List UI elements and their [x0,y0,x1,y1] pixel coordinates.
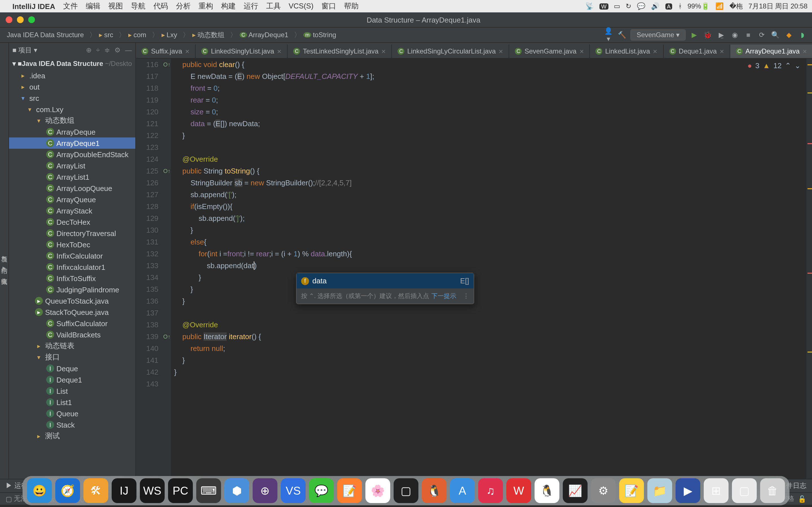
build-hammer-icon[interactable]: 🔨 [617,31,627,39]
tree-node-VaildBrackets[interactable]: C VaildBrackets [9,329,135,340]
volume-icon[interactable]: 🔊 [651,2,659,10]
menu-窗口[interactable]: 窗口 [321,2,336,10]
code-line[interactable]: } [174,224,806,236]
panel-settings-icon[interactable]: ⚙ [114,46,121,54]
line-number[interactable]: 126 [136,177,158,189]
gutter-marker[interactable] [163,378,171,390]
vpn-icon[interactable]: W [599,3,608,9]
code-line[interactable]: rear = 0; [174,94,806,106]
gutter-marker[interactable] [163,201,171,212]
airdrop-icon[interactable]: 📡 [585,2,594,10]
gutter-marker[interactable] [163,129,171,142]
code-completion-popup[interactable]: f data E[] 按 ⌃. 选择所选（或第一个）建议，然后插入点 下一提示 … [296,273,474,304]
code-line[interactable]: } [174,272,806,283]
gutter-marker[interactable] [163,118,171,129]
menu-代码[interactable]: 代码 [153,2,168,10]
line-number[interactable]: 132 [136,248,158,260]
line-number-gutter[interactable]: 1161171181191201211221231241251261271281… [136,59,163,479]
tree-node-StackToQueue.java[interactable]: ▸ StackToQueue.java [9,306,135,318]
tree-node-Stack[interactable]: I Stack [9,419,135,431]
code-line[interactable]: } [174,366,806,378]
tree-node-HexToDec[interactable]: C HexToDec [9,239,135,250]
breadcrumb-item[interactable]: 〉▸ src [86,30,115,40]
line-number[interactable]: 131 [136,236,158,248]
dock-app[interactable]: 🐧 [535,478,559,503]
dock-app[interactable]: WS [140,478,165,503]
code-content[interactable]: public void clear() { E newData = (E) ne… [171,59,806,479]
line-number[interactable]: 116 [136,59,158,70]
battery-status[interactable]: 99% 🔋 [688,2,710,10]
menu-工具[interactable]: 工具 [266,2,281,10]
breadcrumb-item[interactable]: 〉▸ Lxy [149,30,179,40]
ide-settings-icon[interactable]: ◆ [784,31,794,39]
code-line[interactable]: sb.append(dat) [174,260,806,272]
line-number[interactable]: 134 [136,272,158,283]
gutter-marker[interactable] [163,354,171,366]
line-number[interactable]: 139 [136,331,158,342]
close-tab-icon[interactable]: ✕ [802,48,807,54]
tree-node-.idea[interactable]: ▸ .idea [9,70,135,81]
dock-app[interactable]: 📁 [647,478,672,503]
gutter-icons[interactable]: O↑O↑O↑ [163,59,171,479]
tree-node-ArrayList1[interactable]: C ArrayList1 [9,171,135,182]
code-line[interactable]: StringBuilder sb = new StringBuilder();/… [174,177,806,189]
line-number[interactable]: 135 [136,283,158,295]
dock-app[interactable]: ⊕ [253,478,277,503]
tree-node-List[interactable]: I List [9,385,135,397]
tree-node-InfixToSuffix[interactable]: C InfixToSuffix [9,273,135,284]
tree-node-InfixCalculator[interactable]: C InfixCalculator [9,250,135,262]
tree-node-Deque1[interactable]: I Deque1 [9,374,135,385]
app-name[interactable]: IntelliJ IDEA [12,2,55,10]
macos-dock[interactable]: 😀🧭🛠IJWSPC⌨⬢⊕VS💬📝🌸▢🐧A♫W🐧📈⚙📝📁▶⊞▢🗑 [22,476,790,505]
gutter-marker[interactable] [163,236,171,248]
wifi-icon[interactable]: 📶 [715,2,724,10]
close-tab-icon[interactable]: ✕ [381,48,386,54]
completion-menu-icon[interactable]: ⋮ [463,290,469,302]
editor-tab-LinkedList.java[interactable]: C LinkedList.java ✕ [590,45,664,58]
gutter-marker[interactable] [163,272,171,283]
line-number[interactable]: 121 [136,118,158,129]
dock-app[interactable]: ⌨ [196,478,221,503]
line-number[interactable]: 119 [136,94,158,106]
code-line[interactable]: @Override [174,153,806,165]
gutter-marker[interactable] [163,224,171,236]
menu-编辑[interactable]: 编辑 [86,2,100,10]
project-panel-title[interactable]: ■ 项目 ▾ [12,45,37,55]
bluetooth-icon[interactable]: ᚼ [678,2,682,10]
menu-文件[interactable]: 文件 [63,2,78,10]
dock-app[interactable]: W [506,478,531,503]
line-number[interactable]: 120 [136,106,158,118]
hide-panel-icon[interactable]: — [125,46,132,54]
line-number[interactable]: 142 [136,366,158,378]
menu-视图[interactable]: 视图 [108,2,123,10]
readonly-lock-icon[interactable]: 🔓 [798,495,806,503]
tree-node-ArrayStack[interactable]: C ArrayStack [9,205,135,216]
tree-node-List1[interactable]: I List1 [9,397,135,408]
stop-button-icon[interactable]: ■ [743,31,753,39]
breadcrumb-item[interactable]: 〉▸ 动态数组 [179,30,227,40]
dock-app[interactable]: ⬢ [224,478,249,503]
gutter-marker[interactable] [163,366,171,378]
code-line[interactable]: public String toString() { [174,165,806,177]
line-number[interactable]: 117 [136,70,158,82]
gutter-marker[interactable] [163,248,171,260]
gutter-marker[interactable] [163,260,171,272]
close-tab-icon[interactable]: ✕ [719,48,724,54]
dock-app[interactable]: ⚙ [591,478,616,503]
line-number[interactable]: 123 [136,142,158,153]
dock-app[interactable]: PC [168,478,193,503]
search-everywhere-icon[interactable]: 🔍 [770,31,780,39]
tree-node-ArrayQueue[interactable]: C ArrayQueue [9,194,135,205]
code-line[interactable]: if(isEmpty()){ [174,201,806,212]
tree-node-com.Lxy[interactable]: ▾ com.Lxy [9,104,135,115]
project-root[interactable]: ▾ ■ Java IDEA Data Structure ~/Deskto [9,57,135,70]
code-line[interactable]: public void clear() { [174,59,806,70]
line-number[interactable]: 133 [136,260,158,272]
gutter-marker[interactable] [163,70,171,82]
gutter-marker[interactable] [163,342,171,354]
code-line[interactable]: } [174,295,806,307]
dock-app[interactable]: 🐧 [422,478,447,503]
line-number[interactable]: 127 [136,189,158,201]
gutter-marker[interactable]: O↑ [163,59,171,70]
code-line[interactable]: E newData = (E) new Object[DEFAULT_CAPAC… [174,70,806,82]
